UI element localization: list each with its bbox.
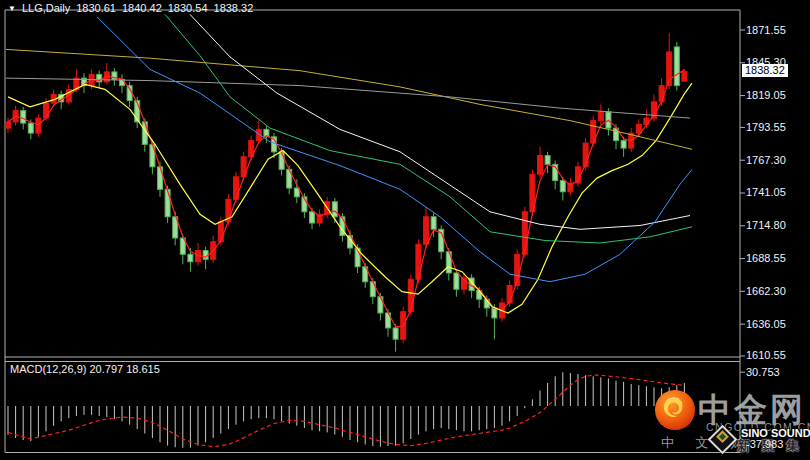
ma-gray [6, 78, 690, 118]
candle [158, 167, 163, 189]
candle [279, 152, 284, 169]
ohlc-low: 1830.54 [168, 2, 208, 14]
price-tick-label: 1610.55 [746, 349, 786, 361]
candle [28, 123, 33, 133]
candle [393, 328, 398, 339]
candle [431, 217, 436, 229]
candle [21, 111, 26, 123]
macd-layer [8, 372, 684, 448]
candle [36, 118, 41, 133]
candles-layer [6, 33, 687, 351]
price-tick-label: 1714.80 [746, 219, 786, 231]
candle [332, 202, 337, 217]
ohlc-high: 1840.42 [122, 2, 162, 14]
macd-signal-line [8, 375, 684, 447]
macd-value: 20.797 [89, 363, 123, 375]
collapse-chart-icon[interactable]: ▼ [8, 4, 16, 13]
candle [218, 222, 223, 242]
price-tick-label: 1636.05 [746, 318, 786, 330]
price-tick-label: 1793.55 [746, 121, 786, 133]
price-tick-label: 1871.55 [746, 24, 786, 36]
current-price-badge: 1838.32 [742, 64, 788, 77]
symbol-period-label: LLG,Daily [22, 2, 70, 14]
candle [674, 47, 679, 86]
mt4-gold-chart-window: ▼ LLG,Daily 1830.61 1840.42 1830.54 1838… [0, 0, 810, 460]
macd-tick-label: 30.753 [746, 366, 780, 378]
chart-title: ▼ LLG,Daily 1830.61 1840.42 1830.54 1838… [8, 2, 253, 14]
candle [424, 217, 429, 244]
candle [659, 86, 664, 102]
candle [294, 188, 299, 197]
candle [165, 189, 170, 216]
price-tick-label: 1819.05 [746, 89, 786, 101]
price-tick-label: 1741.05 [746, 186, 786, 198]
candle [310, 212, 315, 223]
price-tick-label: 1688.55 [746, 252, 786, 264]
candle [545, 156, 550, 165]
macd-name: MACD(12,26,9) [10, 363, 86, 375]
candle [378, 297, 383, 313]
candle [454, 273, 459, 289]
price-tick-label: 1767.30 [746, 154, 786, 166]
ohlc-close: 1838.32 [214, 2, 254, 14]
candle [416, 244, 421, 279]
ma-white [190, 14, 690, 229]
ma-fast-red [8, 70, 684, 327]
macd-tick-label: -37.983 [746, 438, 783, 450]
candle [621, 141, 626, 148]
cngold-logo-icon [654, 389, 696, 431]
ma-yellow [8, 83, 692, 313]
macd-signal-value: 18.615 [126, 363, 160, 375]
ohlc-open: 1830.61 [76, 2, 116, 14]
candle [560, 181, 565, 192]
candle [408, 279, 413, 311]
candle [188, 254, 193, 261]
macd-indicator-label: MACD(12,26,9) 20.797 18.615 [10, 363, 160, 375]
candle [492, 308, 497, 318]
candle [636, 124, 641, 133]
candle [598, 112, 603, 121]
ma-goldenrod [6, 49, 692, 149]
candle [682, 72, 687, 82]
candle [6, 122, 11, 128]
candle [538, 156, 543, 175]
price-tick-label: 1662.30 [746, 285, 786, 297]
